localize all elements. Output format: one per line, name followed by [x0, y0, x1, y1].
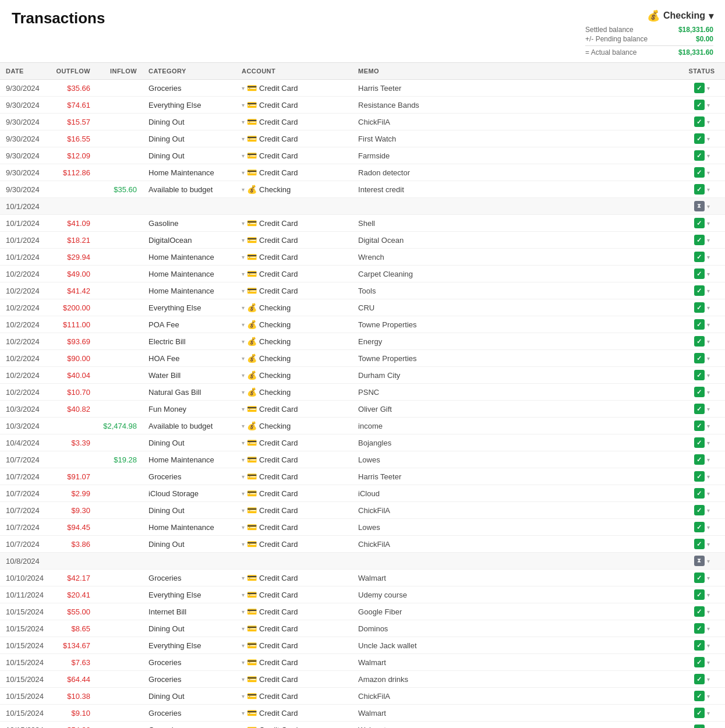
- account-dropdown-icon[interactable]: ▾: [242, 220, 245, 227]
- status-indicator[interactable]: ✓ ▾: [694, 708, 710, 718]
- category-cell[interactable]: Groceries: [143, 722, 236, 729]
- account-dropdown-icon[interactable]: ▾: [242, 457, 245, 463]
- memo-cell[interactable]: ChickFilA: [352, 114, 678, 130]
- status-dropdown-icon[interactable]: ▾: [707, 220, 710, 227]
- account-cell[interactable]: ▾ 💳 Credit Card: [236, 536, 352, 553]
- status-cell[interactable]: ✓ ▾: [678, 401, 725, 418]
- table-row[interactable]: 10/2/2024 $111.00 POA Fee ▾ 💰 Checking T…: [0, 316, 725, 333]
- account-dropdown-icon[interactable]: ▾: [242, 609, 245, 615]
- category-cell[interactable]: Dining Out: [143, 434, 236, 451]
- category-cell[interactable]: Dining Out: [143, 536, 236, 553]
- account-dropdown-icon[interactable]: ▾: [242, 440, 245, 446]
- memo-cell[interactable]: Farmside: [352, 147, 678, 164]
- table-row[interactable]: 10/15/2024 $8.65 Dining Out ▾ 💳 Credit C…: [0, 620, 725, 637]
- status-cell[interactable]: ✓ ▾: [678, 232, 725, 249]
- account-cell[interactable]: ▾ 💰 Checking: [236, 316, 352, 333]
- account-cell[interactable]: ▾ 💳 Credit Card: [236, 603, 352, 620]
- account-dropdown-icon[interactable]: ▾: [242, 541, 245, 547]
- account-cell[interactable]: ▾ 💳 Credit Card: [236, 586, 352, 603]
- account-cell[interactable]: ▾ 💳 Credit Card: [236, 215, 352, 232]
- account-dropdown-icon[interactable]: ▾: [242, 406, 245, 412]
- status-dropdown-icon[interactable]: ▾: [707, 423, 710, 429]
- status-cell[interactable]: ✓ ▾: [678, 434, 725, 451]
- account-cell[interactable]: ▾ 💳 Credit Card: [236, 637, 352, 654]
- memo-cell[interactable]: Dominos: [352, 620, 678, 637]
- table-row[interactable]: 9/30/2024 $112.86 Home Maintenance ▾ 💳 C…: [0, 164, 725, 181]
- account-cell[interactable]: ▾ 💳 Credit Card: [236, 164, 352, 181]
- table-row[interactable]: 10/7/2024 $9.30 Dining Out ▾ 💳 Credit Ca…: [0, 502, 725, 519]
- account-cell[interactable]: ▾ 💳 Credit Card: [236, 114, 352, 130]
- account-dropdown-icon[interactable]: ▾: [242, 389, 245, 395]
- table-row[interactable]: 10/8/2024 ⧗ ▾: [0, 553, 725, 570]
- status-dropdown-icon[interactable]: ▾: [707, 642, 710, 649]
- table-row[interactable]: 10/2/2024 $41.42 Home Maintenance ▾ 💳 Cr…: [0, 282, 725, 299]
- table-row[interactable]: 10/7/2024 $19.28 Home Maintenance ▾ 💳 Cr…: [0, 451, 725, 468]
- account-cell[interactable]: ▾ 💳 Credit Card: [236, 502, 352, 519]
- status-indicator[interactable]: ✓ ▾: [694, 606, 710, 617]
- memo-cell[interactable]: Radon detector: [352, 164, 678, 181]
- status-indicator[interactable]: ✓ ▾: [694, 116, 710, 127]
- memo-cell[interactable]: Bojangles: [352, 434, 678, 451]
- table-row[interactable]: 10/1/2024 $29.94 Home Maintenance ▾ 💳 Cr…: [0, 249, 725, 266]
- status-cell[interactable]: ✓ ▾: [678, 266, 725, 282]
- account-cell[interactable]: ▾ 💳 Credit Card: [236, 401, 352, 418]
- status-dropdown-icon[interactable]: ▾: [707, 490, 710, 497]
- category-cell[interactable]: Home Maintenance: [143, 451, 236, 468]
- status-indicator[interactable]: ✓ ▾: [694, 387, 710, 397]
- category-cell[interactable]: Electric Bill: [143, 333, 236, 350]
- account-dropdown-icon[interactable]: ▾: [242, 254, 245, 260]
- memo-cell[interactable]: Tools: [352, 282, 678, 299]
- account-dropdown-icon[interactable]: ▾: [242, 271, 245, 277]
- status-indicator[interactable]: ✓ ▾: [694, 235, 710, 245]
- memo-cell[interactable]: Walmart: [352, 570, 678, 586]
- account-cell[interactable]: ▾ 💳 Credit Card: [236, 249, 352, 266]
- account-dropdown-icon[interactable]: ▾: [242, 710, 245, 716]
- status-cell[interactable]: ✓ ▾: [678, 215, 725, 232]
- status-cell[interactable]: ✓ ▾: [678, 350, 725, 367]
- status-indicator[interactable]: ✓ ▾: [694, 657, 710, 667]
- account-cell[interactable]: ▾ 💳 Credit Card: [236, 451, 352, 468]
- account-dropdown-icon[interactable]: ▾: [242, 490, 245, 497]
- category-cell[interactable]: Dining Out: [143, 147, 236, 164]
- table-row[interactable]: 10/7/2024 $3.86 Dining Out ▾ 💳 Credit Ca…: [0, 536, 725, 553]
- status-indicator[interactable]: ✓ ▾: [694, 674, 710, 684]
- status-dropdown-icon[interactable]: ▾: [707, 473, 710, 480]
- status-indicator[interactable]: ✓ ▾: [694, 150, 710, 161]
- table-row[interactable]: 10/1/2024 $41.09 Gasoline ▾ 💳 Credit Car…: [0, 215, 725, 232]
- account-dropdown-icon[interactable]: ▾: [242, 473, 245, 480]
- status-cell[interactable]: ✓ ▾: [678, 147, 725, 164]
- account-dropdown-icon[interactable]: ▾: [242, 338, 245, 345]
- memo-cell[interactable]: PSNC: [352, 384, 678, 401]
- status-cell[interactable]: ✓ ▾: [678, 130, 725, 147]
- table-row[interactable]: 10/15/2024 $134.67 Everything Else ▾ 💳 C…: [0, 637, 725, 654]
- account-cell[interactable]: ▾ 💳 Credit Card: [236, 434, 352, 451]
- category-cell[interactable]: Dining Out: [143, 688, 236, 705]
- account-cell[interactable]: ▾ 💳 Credit Card: [236, 705, 352, 722]
- status-indicator[interactable]: ✓ ▾: [694, 353, 710, 363]
- category-cell[interactable]: Home Maintenance: [143, 266, 236, 282]
- category-cell[interactable]: Home Maintenance: [143, 164, 236, 181]
- memo-cell[interactable]: Harris Teeter: [352, 80, 678, 97]
- memo-cell[interactable]: Towne Properties: [352, 316, 678, 333]
- account-name-row[interactable]: 💰 Checking ▾: [585, 9, 713, 22]
- status-cell[interactable]: ⧗ ▾: [678, 553, 725, 570]
- memo-cell[interactable]: First Watch: [352, 130, 678, 147]
- status-cell[interactable]: ✓ ▾: [678, 586, 725, 603]
- status-indicator[interactable]: ✓ ▾: [694, 83, 710, 93]
- account-dropdown-icon[interactable]: ▾: [242, 592, 245, 598]
- memo-cell[interactable]: iCloud: [352, 485, 678, 502]
- status-dropdown-icon[interactable]: ▾: [707, 203, 710, 210]
- memo-cell[interactable]: Energy: [352, 333, 678, 350]
- table-row[interactable]: 9/30/2024 $74.61 Everything Else ▾ 💳 Cre…: [0, 97, 725, 114]
- status-dropdown-icon[interactable]: ▾: [707, 406, 710, 412]
- account-dropdown-icon[interactable]: ▾: [242, 372, 245, 379]
- account-cell[interactable]: ▾ 💰 Checking: [236, 384, 352, 401]
- account-dropdown-icon[interactable]: ▾: [242, 642, 245, 649]
- status-indicator[interactable]: ⧗ ▾: [694, 201, 710, 211]
- table-row[interactable]: 10/15/2024 $55.00 Internet Bill ▾ 💳 Cred…: [0, 603, 725, 620]
- account-dropdown-icon[interactable]: ▾: [242, 169, 245, 176]
- status-cell[interactable]: ⧗ ▾: [678, 198, 725, 215]
- category-cell[interactable]: Everything Else: [143, 97, 236, 114]
- status-indicator[interactable]: ✓ ▾: [694, 218, 710, 228]
- account-dropdown-icon[interactable]: ▾: [242, 85, 245, 91]
